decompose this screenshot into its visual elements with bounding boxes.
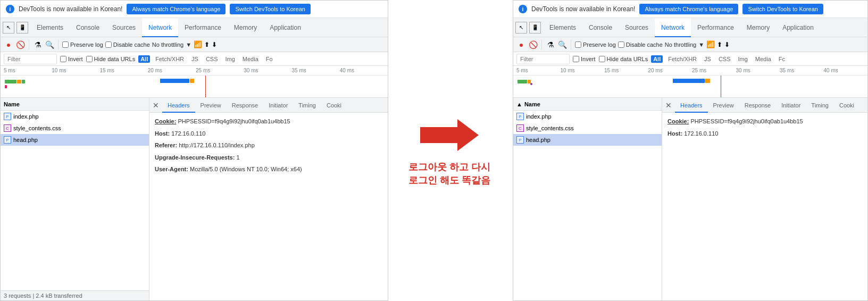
- korean-line2: 로그인 해도 똑같음: [408, 174, 490, 187]
- tab-network-left[interactable]: Network: [142, 18, 178, 37]
- detail-tab-cookie-left[interactable]: Cooki: [321, 98, 347, 113]
- tab-elements-right[interactable]: Elements: [543, 18, 582, 37]
- filter-icon-right[interactable]: ⚗: [546, 40, 555, 49]
- detail-tab-cookie-right[interactable]: Cooki: [834, 98, 859, 113]
- download-icon-left[interactable]: ⬇: [212, 41, 217, 48]
- php-icon-index-right: P: [516, 113, 524, 120]
- tab-sources-left[interactable]: Sources: [106, 18, 142, 37]
- file-row-head[interactable]: P head.php: [1, 134, 149, 146]
- throttle-select-left[interactable]: No throttling: [152, 41, 183, 48]
- close-detail-btn-right[interactable]: ✕: [664, 101, 673, 110]
- filter-js-left[interactable]: JS: [189, 55, 201, 63]
- close-detail-btn-left[interactable]: ✕: [152, 101, 160, 110]
- hide-data-urls-right[interactable]: Hide data URLs: [599, 56, 648, 62]
- clear-btn-left[interactable]: 🚫: [15, 40, 25, 49]
- detail-tab-headers-left[interactable]: Headers: [162, 98, 195, 113]
- filter-media-right[interactable]: Media: [753, 55, 773, 63]
- wifi-icon-left: 📶: [194, 40, 202, 48]
- record-btn-left[interactable]: ●: [4, 40, 13, 49]
- switch-korean-btn-right[interactable]: Switch DevTools to Korean: [742, 4, 823, 14]
- device-icon-right[interactable]: 📱: [529, 22, 541, 34]
- detail-tabs-right: ✕ Headers Preview Response Initiator Tim…: [662, 98, 867, 113]
- file-list-scroll-right[interactable]: P index.php C style_contents.css P head.…: [513, 111, 662, 300]
- info-text-right: DevTools is now available in Korean!: [531, 5, 635, 13]
- clear-btn-right[interactable]: 🚫: [528, 40, 538, 49]
- header-cookie-left: Cookie: PHPSESSID=f9q4g9i92jhu0ifq0ab1u4…: [155, 117, 382, 126]
- filter-media-left[interactable]: Media: [240, 55, 261, 63]
- tab-elements-left[interactable]: Elements: [30, 18, 70, 37]
- tab-application-right[interactable]: Application: [776, 18, 820, 37]
- invert-checkbox-left[interactable]: Invert: [60, 56, 83, 62]
- tab-console-left[interactable]: Console: [70, 18, 106, 37]
- detail-tab-preview-right[interactable]: Preview: [708, 98, 739, 113]
- search-icon-left[interactable]: 🔍: [45, 40, 54, 49]
- download-icon-right[interactable]: ⬇: [724, 41, 730, 48]
- hide-data-urls-left[interactable]: Hide data URLs: [86, 56, 136, 62]
- file-row-css[interactable]: C style_contents.css: [1, 122, 149, 134]
- php-icon-head-right: P: [516, 136, 524, 144]
- filter-fetchxhr-right[interactable]: Fetch/XHR: [666, 55, 699, 63]
- cursor-icon-right[interactable]: ↖: [515, 22, 527, 34]
- detail-tab-response-left[interactable]: Response: [227, 98, 264, 113]
- detail-tab-initiator-left[interactable]: Initiator: [263, 98, 293, 113]
- detail-tab-headers-right[interactable]: Headers: [675, 98, 708, 113]
- tab-sources-right[interactable]: Sources: [619, 18, 655, 37]
- filter-all-right[interactable]: All: [651, 55, 663, 63]
- file-row-index[interactable]: P index.php: [1, 111, 149, 122]
- detail-tab-timing-left[interactable]: Timing: [293, 98, 321, 113]
- tab-performance-left[interactable]: Performance: [178, 18, 228, 37]
- filter-img-left[interactable]: Img: [223, 55, 237, 63]
- preserve-log-right[interactable]: Preserve log: [575, 41, 616, 48]
- tab-performance-right[interactable]: Performance: [691, 18, 740, 37]
- filter-icon-left[interactable]: ⚗: [33, 40, 43, 49]
- match-language-btn-right[interactable]: Always match Chrome's language: [639, 4, 738, 14]
- switch-korean-btn-left[interactable]: Switch DevTools to Korean: [230, 4, 310, 14]
- file-list-scroll-left[interactable]: P index.php C style_contents.css P head.…: [1, 111, 149, 290]
- tab-memory-left[interactable]: Memory: [228, 18, 263, 37]
- filter-css-left[interactable]: CSS: [204, 55, 220, 63]
- cursor-icon[interactable]: ↖: [3, 22, 14, 34]
- file-list-left: Name P index.php C style_contents.css P …: [1, 98, 149, 300]
- tab-network-right[interactable]: Network: [655, 18, 691, 37]
- filter-fo-left[interactable]: Fo: [264, 55, 275, 63]
- toolbar-right: ● 🚫 ⚗ 🔍 Preserve log Disable cache No th…: [513, 37, 867, 52]
- device-icon[interactable]: 📱: [16, 22, 28, 34]
- disable-cache-right[interactable]: Disable cache: [618, 41, 663, 48]
- korean-line1: 로그아웃 하고 다시: [408, 161, 490, 174]
- upload-icon-right[interactable]: ⬆: [717, 41, 722, 48]
- file-row-index-right[interactable]: P index.php: [513, 111, 662, 122]
- filter-fc-right[interactable]: Fc: [777, 55, 787, 63]
- detail-tab-response-right[interactable]: Response: [739, 98, 777, 113]
- file-row-css-right[interactable]: C style_contents.css: [513, 122, 662, 134]
- filter-input-right[interactable]: [516, 54, 570, 64]
- detail-tab-timing-right[interactable]: Timing: [806, 98, 834, 113]
- disable-cache-left[interactable]: Disable cache: [105, 41, 150, 48]
- php-icon-head: P: [4, 136, 11, 144]
- file-row-head-right[interactable]: P head.php: [513, 134, 662, 146]
- match-language-btn-left[interactable]: Always match Chrome's language: [127, 4, 226, 14]
- filter-all-left[interactable]: All: [138, 55, 150, 63]
- preserve-log-left[interactable]: Preserve log: [62, 41, 103, 48]
- detail-tab-initiator-right[interactable]: Initiator: [776, 98, 806, 113]
- timeline-ruler-left: 5 ms 10 ms 15 ms 20 ms 25 ms 30 ms 35 ms…: [1, 66, 388, 76]
- filter-fetchxhr-left[interactable]: Fetch/XHR: [153, 55, 186, 63]
- header-host-left: Host: 172.16.0.110: [155, 129, 382, 138]
- tab-application-left[interactable]: Application: [263, 18, 307, 37]
- filter-js-right[interactable]: JS: [702, 55, 713, 63]
- tab-console-right[interactable]: Console: [582, 18, 619, 37]
- filter-input-left[interactable]: [4, 54, 57, 64]
- invert-checkbox-right[interactable]: Invert: [573, 56, 596, 62]
- right-devtools-panel: i DevTools is now available in Korean! A…: [513, 0, 868, 301]
- header-host-right: Host: 172.16.0.110: [667, 129, 862, 138]
- upload-icon-left[interactable]: ⬆: [204, 41, 210, 48]
- filter-img-right[interactable]: Img: [736, 55, 750, 63]
- record-btn-right[interactable]: ●: [516, 40, 526, 49]
- filter-css-right[interactable]: CSS: [716, 55, 733, 63]
- tab-memory-right[interactable]: Memory: [740, 18, 776, 37]
- throttle-select-right[interactable]: No throttling: [665, 41, 696, 48]
- detail-tab-preview-left[interactable]: Preview: [195, 98, 227, 113]
- search-icon-right[interactable]: 🔍: [557, 40, 567, 49]
- css-icon-right: C: [516, 124, 524, 132]
- timeline-ruler-right: 5 ms 10 ms 15 ms 20 ms 25 ms 30 ms 35 ms…: [513, 66, 867, 76]
- main-content-left: Name P index.php C style_contents.css P …: [1, 98, 388, 300]
